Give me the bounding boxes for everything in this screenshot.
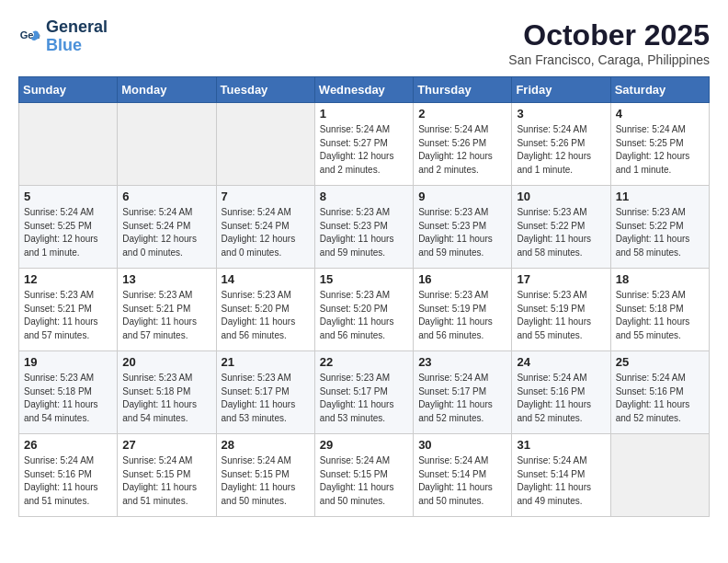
- day-number: 5: [24, 190, 112, 203]
- day-number: 23: [418, 355, 506, 369]
- calendar-cell: 11Sunrise: 5:23 AM Sunset: 5:22 PM Dayli…: [610, 186, 709, 269]
- day-number: 21: [222, 355, 310, 369]
- calendar-cell: 1Sunrise: 5:24 AM Sunset: 5:27 PM Daylig…: [314, 103, 413, 186]
- day-info: Sunrise: 5:23 AM Sunset: 5:17 PM Dayligh…: [320, 372, 408, 425]
- day-number: 9: [418, 190, 506, 203]
- week-row-1: 1Sunrise: 5:24 AM Sunset: 5:27 PM Daylig…: [19, 103, 710, 186]
- weekday-header-thursday: Thursday: [414, 77, 512, 103]
- calendar-table: SundayMondayTuesdayWednesdayThursdayFrid…: [18, 76, 710, 517]
- day-number: 31: [517, 438, 605, 452]
- weekday-header-sunday: Sunday: [19, 77, 118, 103]
- calendar-cell: 18Sunrise: 5:23 AM Sunset: 5:18 PM Dayli…: [610, 269, 709, 351]
- day-info: Sunrise: 5:23 AM Sunset: 5:18 PM Dayligh…: [122, 372, 210, 425]
- calendar-cell: 27Sunrise: 5:24 AM Sunset: 5:15 PM Dayli…: [118, 434, 216, 517]
- location-subtitle: San Francisco, Caraga, Philippines: [508, 52, 710, 67]
- day-info: Sunrise: 5:24 AM Sunset: 5:15 PM Dayligh…: [122, 454, 210, 508]
- day-number: 1: [320, 107, 408, 121]
- title-block: October 2025 San Francisco, Caraga, Phil…: [508, 18, 710, 67]
- day-number: 25: [616, 355, 704, 369]
- day-number: 12: [24, 272, 112, 286]
- day-number: 8: [320, 190, 408, 203]
- calendar-cell: 23Sunrise: 5:24 AM Sunset: 5:17 PM Dayli…: [414, 351, 512, 434]
- day-number: 11: [616, 190, 704, 203]
- calendar-cell: 22Sunrise: 5:23 AM Sunset: 5:17 PM Dayli…: [314, 351, 413, 434]
- day-number: 30: [418, 438, 506, 452]
- calendar-cell: 3Sunrise: 5:24 AM Sunset: 5:26 PM Daylig…: [512, 103, 610, 186]
- day-number: 6: [122, 190, 210, 203]
- day-info: Sunrise: 5:23 AM Sunset: 5:23 PM Dayligh…: [418, 206, 506, 259]
- day-info: Sunrise: 5:23 AM Sunset: 5:18 PM Dayligh…: [24, 372, 112, 425]
- calendar-cell: 7Sunrise: 5:24 AM Sunset: 5:24 PM Daylig…: [216, 186, 314, 269]
- day-info: Sunrise: 5:23 AM Sunset: 5:23 PM Dayligh…: [320, 206, 408, 259]
- calendar-cell: 2Sunrise: 5:24 AM Sunset: 5:26 PM Daylig…: [414, 103, 512, 186]
- calendar-cell: [118, 103, 216, 186]
- weekday-header-monday: Monday: [118, 77, 216, 103]
- calendar-cell: 13Sunrise: 5:23 AM Sunset: 5:21 PM Dayli…: [118, 269, 216, 351]
- day-info: Sunrise: 5:23 AM Sunset: 5:19 PM Dayligh…: [517, 289, 605, 342]
- week-row-3: 12Sunrise: 5:23 AM Sunset: 5:21 PM Dayli…: [19, 269, 710, 351]
- calendar-cell: 24Sunrise: 5:24 AM Sunset: 5:16 PM Dayli…: [512, 351, 610, 434]
- week-row-4: 19Sunrise: 5:23 AM Sunset: 5:18 PM Dayli…: [19, 351, 710, 434]
- day-info: Sunrise: 5:24 AM Sunset: 5:17 PM Dayligh…: [418, 372, 506, 425]
- day-info: Sunrise: 5:23 AM Sunset: 5:20 PM Dayligh…: [320, 289, 408, 342]
- day-number: 22: [320, 355, 408, 369]
- day-info: Sunrise: 5:24 AM Sunset: 5:15 PM Dayligh…: [222, 454, 310, 508]
- weekday-header-saturday: Saturday: [610, 77, 709, 103]
- day-info: Sunrise: 5:24 AM Sunset: 5:25 PM Dayligh…: [616, 123, 704, 177]
- logo-general: General: [46, 18, 108, 37]
- weekday-header-tuesday: Tuesday: [216, 77, 314, 103]
- calendar-cell: 21Sunrise: 5:23 AM Sunset: 5:17 PM Dayli…: [216, 351, 314, 434]
- day-info: Sunrise: 5:24 AM Sunset: 5:24 PM Dayligh…: [122, 206, 210, 259]
- day-number: 29: [320, 438, 408, 452]
- calendar-cell: 12Sunrise: 5:23 AM Sunset: 5:21 PM Dayli…: [19, 269, 118, 351]
- calendar-cell: 6Sunrise: 5:24 AM Sunset: 5:24 PM Daylig…: [118, 186, 216, 269]
- day-number: 2: [418, 107, 506, 121]
- calendar-cell: 28Sunrise: 5:24 AM Sunset: 5:15 PM Dayli…: [216, 434, 314, 517]
- weekday-header-friday: Friday: [512, 77, 610, 103]
- calendar-cell: 31Sunrise: 5:24 AM Sunset: 5:14 PM Dayli…: [512, 434, 610, 517]
- calendar-cell: 17Sunrise: 5:23 AM Sunset: 5:19 PM Dayli…: [512, 269, 610, 351]
- day-number: 28: [222, 438, 310, 452]
- day-number: 15: [320, 272, 408, 286]
- day-number: 14: [222, 272, 310, 286]
- weekday-header-wednesday: Wednesday: [314, 77, 413, 103]
- calendar-cell: 15Sunrise: 5:23 AM Sunset: 5:20 PM Dayli…: [314, 269, 413, 351]
- calendar-cell: 29Sunrise: 5:24 AM Sunset: 5:15 PM Dayli…: [314, 434, 413, 517]
- day-info: Sunrise: 5:24 AM Sunset: 5:16 PM Dayligh…: [616, 372, 704, 425]
- calendar-cell: 26Sunrise: 5:24 AM Sunset: 5:16 PM Dayli…: [19, 434, 118, 517]
- day-info: Sunrise: 5:23 AM Sunset: 5:22 PM Dayligh…: [517, 206, 605, 259]
- day-info: Sunrise: 5:23 AM Sunset: 5:17 PM Dayligh…: [222, 372, 310, 425]
- day-number: 24: [517, 355, 605, 369]
- logo: General General Blue: [18, 18, 108, 55]
- page-header: General General Blue October 2025 San Fr…: [18, 18, 710, 67]
- calendar-cell: [216, 103, 314, 186]
- day-number: 4: [616, 107, 704, 121]
- logo-icon: General: [18, 26, 40, 48]
- calendar-cell: 16Sunrise: 5:23 AM Sunset: 5:19 PM Dayli…: [414, 269, 512, 351]
- day-number: 13: [122, 272, 210, 286]
- calendar-cell: 19Sunrise: 5:23 AM Sunset: 5:18 PM Dayli…: [19, 351, 118, 434]
- calendar-cell: 10Sunrise: 5:23 AM Sunset: 5:22 PM Dayli…: [512, 186, 610, 269]
- day-number: 19: [24, 355, 112, 369]
- day-info: Sunrise: 5:24 AM Sunset: 5:14 PM Dayligh…: [418, 454, 506, 508]
- day-info: Sunrise: 5:23 AM Sunset: 5:19 PM Dayligh…: [418, 289, 506, 342]
- day-info: Sunrise: 5:23 AM Sunset: 5:21 PM Dayligh…: [122, 289, 210, 342]
- day-info: Sunrise: 5:24 AM Sunset: 5:26 PM Dayligh…: [517, 123, 605, 177]
- day-info: Sunrise: 5:24 AM Sunset: 5:26 PM Dayligh…: [418, 123, 506, 177]
- calendar-cell: [19, 103, 118, 186]
- day-info: Sunrise: 5:23 AM Sunset: 5:21 PM Dayligh…: [24, 289, 112, 342]
- day-number: 17: [517, 272, 605, 286]
- month-title: October 2025: [508, 18, 710, 52]
- day-info: Sunrise: 5:24 AM Sunset: 5:24 PM Dayligh…: [222, 206, 310, 259]
- calendar-cell: 30Sunrise: 5:24 AM Sunset: 5:14 PM Dayli…: [414, 434, 512, 517]
- calendar-cell: 25Sunrise: 5:24 AM Sunset: 5:16 PM Dayli…: [610, 351, 709, 434]
- day-number: 7: [222, 190, 310, 203]
- day-number: 27: [122, 438, 210, 452]
- weekday-header-row: SundayMondayTuesdayWednesdayThursdayFrid…: [19, 77, 710, 103]
- logo-blue: Blue: [46, 37, 108, 55]
- day-number: 3: [517, 107, 605, 121]
- day-number: 20: [122, 355, 210, 369]
- calendar-cell: 5Sunrise: 5:24 AM Sunset: 5:25 PM Daylig…: [19, 186, 118, 269]
- week-row-2: 5Sunrise: 5:24 AM Sunset: 5:25 PM Daylig…: [19, 186, 710, 269]
- calendar-cell: 8Sunrise: 5:23 AM Sunset: 5:23 PM Daylig…: [314, 186, 413, 269]
